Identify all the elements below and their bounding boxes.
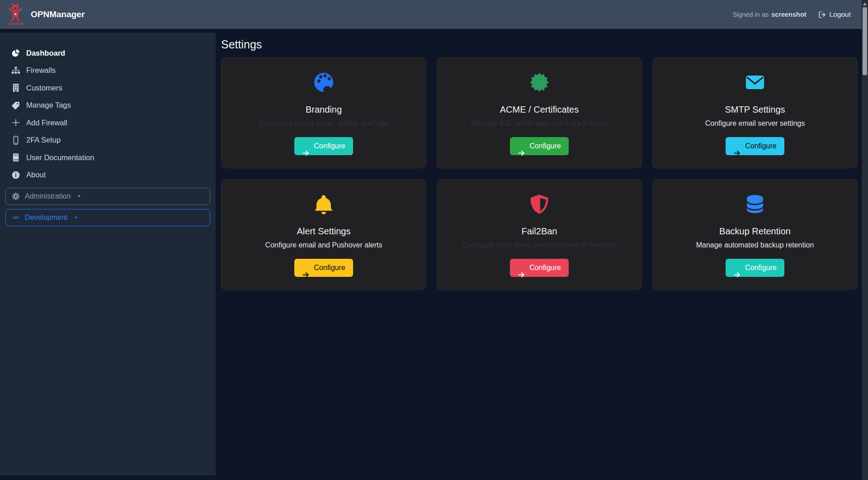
chevron-down-icon (77, 194, 81, 199)
app-title: OPNManager (31, 10, 85, 19)
configure-button-label: Configure (314, 142, 345, 150)
sidebar-item-manage-tags[interactable]: Manage Tags (0, 97, 216, 114)
svg-text:</>: </> (13, 215, 19, 220)
app-logo: AGITSOR (6, 2, 24, 27)
arrow-right-icon (518, 271, 525, 279)
sidebar-item-about[interactable]: About (0, 166, 216, 184)
scroll-up-arrow-icon[interactable] (863, 2, 867, 5)
logout-button[interactable]: Logout (818, 10, 851, 19)
sidebar-dropdown-administration[interactable]: Administration (5, 188, 210, 205)
arrow-right-icon (733, 271, 741, 279)
card-branding: Branding Customize brand name, colors, a… (221, 57, 426, 168)
arrow-right-icon (302, 149, 310, 157)
card-subtitle: Manage SSL certificates with Let's Encry… (471, 119, 608, 128)
card-subtitle: Customize brand name, colors, and logo (259, 119, 388, 128)
sidebar-item-add-firewall[interactable]: Add Firewall (0, 114, 216, 132)
configure-button-backup-retention[interactable]: Configure (726, 259, 784, 277)
configure-button-branding[interactable]: Configure (294, 137, 353, 155)
configure-button-fail2ban[interactable]: Configure (510, 259, 568, 277)
sidebar-item-label: About (26, 171, 46, 179)
sidebar-item-label: Customers (26, 84, 62, 92)
card-backup-retention: Backup Retention Manage automated backup… (652, 179, 858, 290)
sidebar-item-label: Manage Tags (26, 101, 71, 109)
page-title: Settings (221, 38, 862, 51)
sidebar-item-2fa-setup[interactable]: 2FA Setup (0, 132, 216, 149)
card-alert-settings: Alert Settings Configure email and Pusho… (221, 179, 426, 290)
brand: AGITSOR OPNManager (6, 2, 85, 27)
sidebar-item-label: 2FA Setup (26, 136, 61, 144)
configure-button-label: Configure (745, 142, 776, 150)
card-subtitle: Manage automated backup retention (696, 241, 814, 249)
configure-button-smtp-settings[interactable]: Configure (726, 137, 784, 155)
sitemap-icon (11, 66, 20, 75)
sidebar-item-label: Add Firewall (26, 119, 67, 127)
signed-in-status: Signed in asscreenshot (732, 11, 806, 18)
configure-button-acme-certificates[interactable]: Configure (510, 137, 568, 155)
card-acme-certificates: ACME / Certificates Manage SSL certifica… (437, 57, 642, 168)
card-title: ACME / Certificates (500, 105, 579, 115)
gear-icon (12, 192, 20, 200)
mobile-icon (11, 136, 20, 145)
mascot-logo-icon (7, 3, 24, 22)
sidebar: Dashboard Firewalls Customers Manage Tag… (0, 33, 216, 475)
arrow-right-icon (733, 149, 741, 157)
sidebar-item-firewalls[interactable]: Firewalls (0, 62, 216, 80)
sidebar-nav: Dashboard Firewalls Customers Manage Tag… (0, 44, 216, 184)
logout-icon (818, 11, 826, 19)
bell-icon (313, 193, 335, 215)
card-subtitle: Configure email server settings (705, 119, 805, 128)
sidebar-item-dashboard[interactable]: Dashboard (0, 44, 216, 62)
card-fail2ban: Fail2Ban Configure brute-force protectio… (437, 179, 642, 290)
sidebar-item-label: User Documentation (26, 153, 94, 162)
username: screenshot (771, 11, 806, 18)
sidebar-item-user-documentation[interactable]: User Documentation (0, 149, 216, 166)
configure-button-alert-settings[interactable]: Configure (294, 259, 353, 277)
dropdown-label: Administration (25, 192, 71, 200)
logo-caption: AGITSOR (7, 22, 23, 26)
arrow-right-icon (302, 271, 310, 279)
dropdown-label: Development (25, 214, 67, 222)
chart-pie-icon (11, 48, 20, 57)
signed-in-label: Signed in as (732, 11, 769, 18)
chevron-down-icon (74, 215, 78, 220)
scrollbar[interactable] (862, 0, 868, 480)
card-subtitle: Configure brute-force protection and IP … (462, 241, 616, 249)
top-navbar: AGITSOR OPNManager Signed in asscreensho… (0, 0, 868, 29)
card-title: Branding (306, 105, 342, 115)
info-circle-icon (11, 171, 20, 180)
navbar-right: Signed in asscreenshot Logout (732, 10, 851, 19)
card-smtp-settings: SMTP Settings Configure email server set… (652, 57, 858, 168)
settings-cards-grid: Branding Customize brand name, colors, a… (221, 57, 862, 290)
main-content: Settings Branding Customize brand name, … (216, 29, 862, 480)
card-title: SMTP Settings (725, 105, 785, 115)
code-icon: </> (12, 214, 20, 222)
logout-label: Logout (830, 10, 851, 19)
scrollbar-thumb[interactable] (863, 7, 867, 75)
configure-button-label: Configure (529, 264, 561, 272)
database-icon (744, 193, 766, 215)
card-subtitle: Configure email and Pushover alerts (265, 241, 382, 249)
sidebar-item-label: Firewalls (26, 66, 56, 75)
sidebar-item-customers[interactable]: Customers (0, 79, 216, 97)
tag-icon (11, 101, 20, 110)
seal-icon (528, 71, 550, 93)
card-title: Fail2Ban (522, 226, 557, 237)
palette-icon (313, 71, 335, 93)
shield-halved-icon (528, 193, 550, 215)
book-icon (11, 153, 20, 162)
plus-icon (11, 118, 20, 127)
sidebar-item-label: Dashboard (26, 49, 65, 57)
configure-button-label: Configure (745, 264, 776, 272)
configure-button-label: Configure (529, 142, 561, 150)
card-title: Backup Retention (719, 226, 791, 237)
sidebar-dropdown-development[interactable]: </> Development (5, 209, 210, 226)
sidebar-dropdown-zone: Administration </> Development (0, 188, 216, 226)
configure-button-label: Configure (314, 264, 345, 272)
building-icon (11, 83, 20, 92)
envelope-icon (744, 71, 766, 93)
card-title: Alert Settings (297, 226, 351, 237)
arrow-right-icon (518, 149, 525, 157)
